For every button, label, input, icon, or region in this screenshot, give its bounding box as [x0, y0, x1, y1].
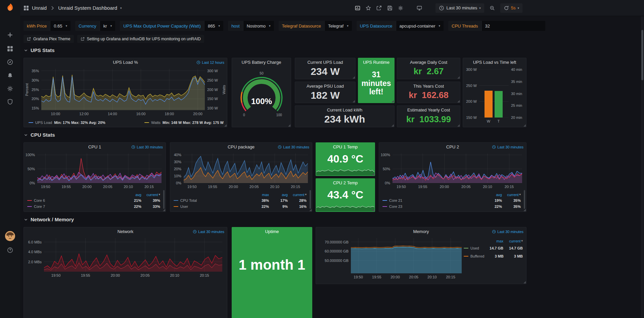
panel-title[interactable]: UPS Runtime — [358, 58, 394, 67]
legend-item[interactable]: Watts Min: 148 W Max: 278 W Avg: 175 W — [144, 121, 224, 125]
resize-handle[interactable] — [457, 76, 460, 79]
grafana-logo[interactable] — [5, 3, 15, 13]
dashboard-title[interactable]: Unraid System Dashboard — [58, 5, 117, 11]
stat-value: 182 W — [295, 89, 355, 101]
panel-title[interactable]: Uptime — [232, 227, 312, 236]
link-ups-monitoring-guide[interactable]: Setting up Grafana and InfluxDB for UPS … — [77, 35, 204, 43]
help-icon[interactable] — [7, 247, 13, 253]
chevron-down-icon — [24, 48, 28, 53]
bar-watts[interactable] — [485, 91, 493, 118]
resize-handle[interactable] — [392, 124, 394, 127]
resize-handle[interactable] — [372, 209, 374, 211]
alerting-bell-icon[interactable] — [7, 73, 13, 79]
resize-handle[interactable] — [309, 209, 312, 211]
section-cpu-stats[interactable]: CPU Stats — [24, 132, 55, 138]
legend-scrollbar[interactable] — [163, 190, 165, 209]
network-chart[interactable] — [44, 238, 222, 272]
legend-row[interactable]: Core 21 19% 35% — [382, 197, 521, 203]
y-axis-left-labels: 0%50%100% — [379, 153, 390, 183]
section-ups-stats[interactable]: UPS Stats — [24, 47, 55, 53]
panel-cpu-2: CPU 2 Last 30 minutes 0%50%100% 19:5019:… — [379, 142, 526, 212]
resize-handle[interactable] — [457, 124, 460, 127]
zoom-out-icon[interactable] — [490, 5, 495, 11]
panel-time-range[interactable]: Last 30 minutes — [278, 145, 309, 149]
variable-value-dropdown[interactable]: Telegraf▾ — [324, 21, 352, 31]
legend-row[interactable]: CPU Total 38% 17% 28% — [174, 197, 307, 203]
panel-title[interactable]: CPU 1 Temp — [316, 143, 375, 151]
add-panel-icon[interactable] — [355, 5, 360, 11]
variable-value-dropdown[interactable]: 0.65▾ — [50, 21, 71, 31]
legend-row[interactable]: Core 6 21% 39% — [27, 197, 160, 203]
link-grafana-plex-theme[interactable]: Grafana Plex Theme — [24, 35, 74, 43]
legend-row[interactable]: Buffered 3 MB 3 MB — [464, 252, 523, 260]
resize-handle[interactable] — [523, 281, 526, 283]
panel-title[interactable]: CPU 2 Temp — [316, 179, 375, 187]
variable-value-dropdown[interactable]: Nostromo▾ — [243, 21, 274, 31]
page-scrollbar-thumb[interactable] — [641, 30, 643, 80]
refresh-picker[interactable]: 5s ▾ — [500, 3, 522, 13]
variable-label: UPS Datasource — [357, 21, 396, 31]
caret-down-icon: ▾ — [347, 24, 349, 28]
explore-compass-icon[interactable] — [7, 59, 13, 65]
resize-handle[interactable] — [163, 209, 165, 211]
resize-handle[interactable] — [392, 100, 394, 102]
refresh-icon — [504, 5, 509, 11]
bar-chart-grid[interactable] — [479, 70, 509, 118]
breadcrumb-app[interactable]: Unraid — [32, 5, 47, 11]
cpu-package-chart[interactable] — [184, 153, 308, 183]
panel-time-range[interactable]: Last 30 minutes — [492, 230, 523, 234]
legend-scrollbar[interactable] — [310, 190, 311, 209]
resize-handle[interactable] — [224, 124, 227, 127]
legend-row[interactable]: Core 23 22% 35% — [382, 203, 521, 210]
panel-time-range[interactable]: Last 30 minutes — [131, 145, 163, 149]
panel-title[interactable]: UPS Load vs Time left — [463, 58, 526, 67]
variable-label: Telegraf Datasource — [279, 21, 324, 31]
y-axis-left-labels: 150 W200 W250 W300 W — [463, 70, 477, 118]
resize-handle[interactable] — [523, 209, 526, 211]
variable-value-dropdown[interactable]: apcupsd-container▾ — [396, 21, 444, 31]
star-icon[interactable] — [366, 5, 371, 11]
panel-time-range[interactable]: Last 30 minutes — [193, 230, 224, 234]
tv-kiosk-icon[interactable] — [417, 5, 422, 11]
ups-load-chart[interactable] — [41, 69, 205, 110]
apps-grid-icon[interactable] — [24, 5, 29, 11]
resize-handle[interactable] — [353, 100, 355, 102]
stat-value: kr 2.67 — [397, 65, 460, 77]
bar-time-left[interactable] — [495, 91, 503, 118]
page-scrollbar[interactable] — [641, 16, 644, 318]
save-icon[interactable] — [387, 5, 393, 11]
memory-chart[interactable] — [351, 238, 462, 273]
resize-handle[interactable] — [523, 124, 526, 127]
variable-value-dropdown[interactable]: kr▾ — [100, 21, 115, 31]
variable-value-dropdown[interactable]: 865▾ — [204, 21, 223, 31]
create-icon[interactable] — [7, 32, 13, 38]
stat-value: 1 month 1 — [232, 257, 312, 273]
configuration-gear-icon[interactable] — [7, 86, 13, 92]
variable-value-input[interactable]: 32 — [481, 21, 545, 31]
clock-icon — [278, 145, 282, 149]
panel-time-range[interactable]: Last 12 hours — [196, 60, 224, 64]
cpu1-chart[interactable] — [37, 153, 162, 183]
caret-down-icon[interactable]: ▾ — [120, 6, 122, 10]
panel-title[interactable]: UPS Battery Charge — [232, 58, 291, 67]
admin-shield-icon[interactable] — [7, 99, 13, 105]
legend-row[interactable]: User 22% 9% 16% — [174, 203, 307, 210]
resize-handle[interactable] — [353, 76, 355, 79]
share-icon[interactable] — [376, 5, 382, 11]
section-network-memory[interactable]: Network / Memory — [24, 217, 74, 222]
resize-handle[interactable] — [372, 173, 374, 175]
panel-time-range[interactable]: Last 30 minutes — [492, 145, 523, 149]
time-range-picker[interactable]: Last 30 minutes ▾ — [435, 3, 484, 13]
chevron-right-icon — [50, 5, 55, 11]
settings-gear-icon[interactable] — [398, 5, 403, 11]
user-avatar[interactable] — [5, 231, 15, 241]
memory-legend: max current▾ Used 14.7 GB 14.7 GB Buffer… — [464, 238, 523, 260]
legend-item[interactable]: UPS Load Min: 17% Max: 32% Avg: 20% — [29, 121, 105, 125]
legend-row[interactable]: Core 7 22% 33% — [27, 203, 160, 210]
resize-handle[interactable] — [457, 100, 460, 102]
cpu2-chart[interactable] — [393, 153, 522, 183]
dashboards-icon[interactable] — [7, 46, 13, 52]
resize-handle[interactable] — [288, 124, 290, 127]
legend-scrollbar[interactable] — [524, 190, 525, 209]
legend-row[interactable]: Used 14.7 GB 14.7 GB — [464, 244, 523, 252]
